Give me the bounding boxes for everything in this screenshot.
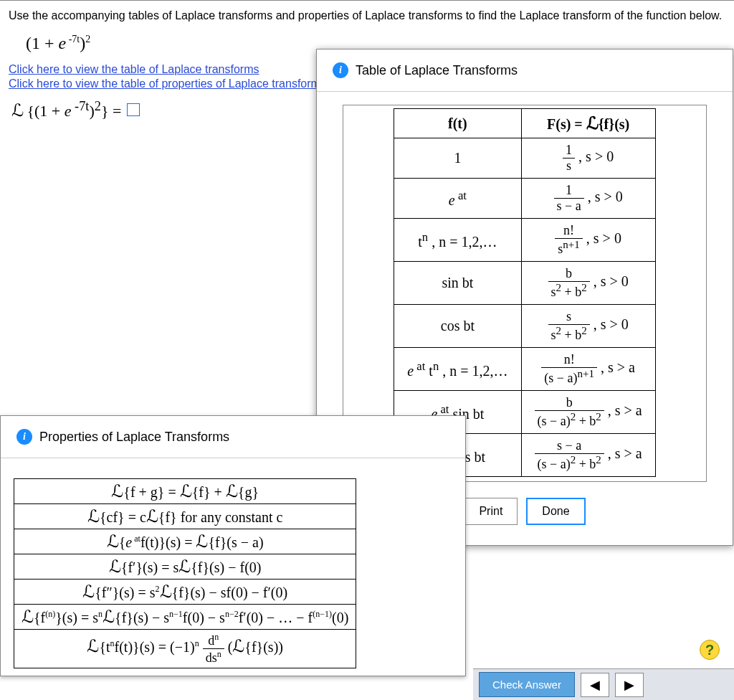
col-Fs: F(s) = ℒ{f}(s) bbox=[521, 109, 655, 138]
print-button[interactable]: Print bbox=[464, 498, 518, 525]
info-icon: i bbox=[16, 429, 32, 445]
properties-dialog: i Properties of Laplace Transforms ℒ{f +… bbox=[0, 415, 466, 676]
help-button[interactable]: ? bbox=[700, 640, 720, 660]
table-row: ℒ{e atf(t)}(s) = ℒ{f}(s − a) bbox=[14, 529, 356, 554]
table-row: sin bt bs2 + b2 , s > 0 bbox=[394, 262, 656, 305]
properties-table: ℒ{f + g} = ℒ{f} + ℒ{g} ℒ{cf} = cℒ{f} for… bbox=[14, 478, 356, 668]
table-row: ℒ{f′}(s) = sℒ{f}(s) − f(0) bbox=[14, 554, 356, 580]
check-answer-button[interactable]: Check Answer bbox=[479, 672, 575, 697]
table-row: ℒ{f + g} = ℒ{f} + ℒ{g} bbox=[14, 479, 356, 504]
next-button[interactable]: ▶ bbox=[615, 673, 644, 697]
done-button[interactable]: Done bbox=[526, 498, 585, 525]
table-row: 1 1s , s > 0 bbox=[394, 138, 656, 179]
table-row: cos bt ss2 + b2 , s > 0 bbox=[394, 305, 656, 348]
table-row: ℒ{f″}(s) = s2ℒ{f}(s) − sf(0) − f′(0) bbox=[14, 580, 356, 605]
table-row: tn , n = 1,2,… n!sn+1 , s > 0 bbox=[394, 219, 656, 262]
prev-button[interactable]: ◀ bbox=[581, 673, 609, 697]
info-icon: i bbox=[333, 62, 348, 78]
laplace-dialog-title: Table of Laplace Transforms bbox=[356, 63, 518, 78]
answer-input[interactable] bbox=[127, 103, 140, 116]
properties-dialog-title: Properties of Laplace Transforms bbox=[39, 430, 229, 445]
footer-bar: Check Answer ◀ ▶ bbox=[473, 668, 734, 700]
table-row: ℒ{tnf(t)}(s) = (−1)n dndsn (ℒ{f}(s)) bbox=[14, 630, 356, 668]
question-prompt: Use the accompanying tables of Laplace t… bbox=[9, 9, 725, 22]
table-row: e at tn , n = 1,2,… n!(s − a)n+1 , s > a bbox=[394, 348, 656, 391]
table-row: ℒ{cf} = cℒ{f} for any constant c bbox=[14, 504, 356, 529]
table-row: e at 1s − a , s > 0 bbox=[394, 179, 656, 219]
col-ft: f(t) bbox=[394, 109, 521, 138]
table-row: ℒ{f(n)}(s) = snℒ{f}(s) − sn−1f(0) − sn−2… bbox=[14, 605, 356, 630]
